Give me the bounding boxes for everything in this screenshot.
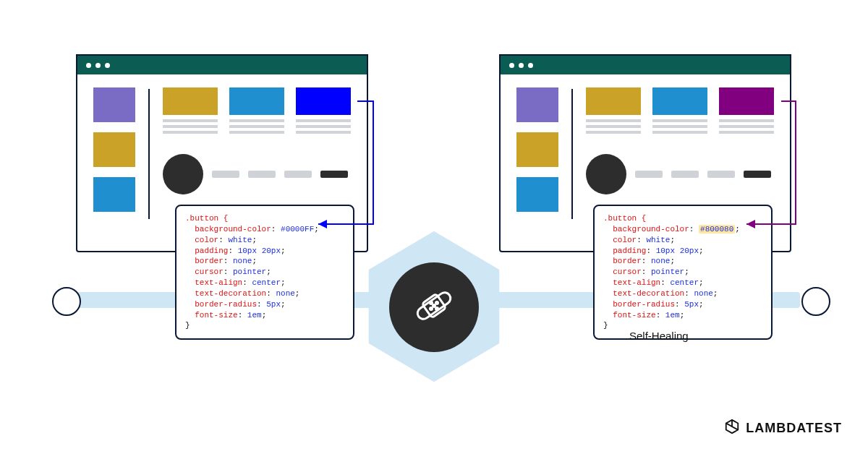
traffic-light-icon — [509, 63, 514, 68]
placeholder-bar — [744, 171, 771, 178]
placeholder-bar — [671, 171, 699, 178]
avatar-placeholder — [586, 154, 626, 194]
swatch — [93, 87, 135, 122]
placeholder-bar — [284, 171, 312, 178]
logo-text: LAMBDATEST — [746, 421, 842, 436]
endpoint-left — [52, 287, 81, 316]
window-titlebar — [77, 56, 367, 74]
swatch — [516, 87, 558, 122]
card-color — [652, 87, 707, 115]
placeholder-lines — [163, 119, 218, 134]
card — [163, 87, 218, 134]
caption-self-healing: Self-Healing — [629, 330, 689, 342]
traffic-light-icon — [95, 63, 101, 68]
placeholder-lines — [229, 119, 284, 134]
card-color — [586, 87, 641, 115]
side-swatches — [516, 87, 558, 219]
bandage-icon — [411, 283, 457, 332]
placeholder-bar — [248, 171, 276, 178]
traffic-light-icon — [105, 63, 110, 68]
window-titlebar — [501, 56, 790, 74]
card-color — [229, 87, 284, 115]
main-column — [163, 87, 351, 219]
card-target — [296, 87, 351, 134]
content-row — [163, 154, 351, 194]
traffic-light-icon — [86, 63, 91, 68]
placeholder-bar — [212, 171, 239, 178]
swatch — [93, 177, 135, 212]
card — [652, 87, 707, 134]
target-color-block — [296, 87, 351, 115]
avatar-placeholder — [163, 154, 203, 194]
card — [229, 87, 284, 134]
diagram-canvas: .button { background-color: #0000FF; col… — [0, 0, 868, 454]
placeholder-lines — [719, 119, 774, 134]
lambdatest-logo: LAMBDATEST — [724, 419, 842, 438]
placeholder-lines — [586, 119, 641, 134]
placeholder-bar — [707, 171, 735, 178]
card — [586, 87, 641, 134]
placeholder-lines — [296, 119, 351, 134]
side-swatches — [93, 87, 135, 219]
divider — [571, 89, 573, 219]
content-row — [586, 154, 774, 194]
target-color-block — [719, 87, 774, 115]
placeholder-lines — [652, 119, 707, 134]
center-badge — [389, 262, 479, 352]
svg-point-3 — [436, 302, 438, 304]
divider — [148, 89, 150, 219]
svg-point-5 — [436, 308, 438, 310]
placeholder-bar — [635, 171, 663, 178]
card-color — [163, 87, 218, 115]
svg-point-6 — [433, 305, 435, 307]
main-column — [586, 87, 774, 219]
lambdatest-mark-icon — [724, 419, 740, 438]
card-row — [163, 87, 351, 134]
svg-point-4 — [430, 308, 433, 310]
swatch — [516, 132, 558, 167]
css-code-before: .button { background-color: #0000FF; col… — [175, 205, 354, 340]
endpoint-right — [801, 287, 830, 316]
card-target — [719, 87, 774, 134]
css-code-after: .button { background-color: #800080; col… — [593, 205, 773, 340]
traffic-light-icon — [519, 63, 524, 68]
center-hexagon — [358, 226, 510, 387]
traffic-light-icon — [528, 63, 533, 68]
svg-point-2 — [430, 302, 433, 304]
card-row — [586, 87, 774, 134]
swatch — [516, 177, 558, 212]
swatch — [93, 132, 135, 167]
placeholder-bar — [320, 171, 348, 178]
